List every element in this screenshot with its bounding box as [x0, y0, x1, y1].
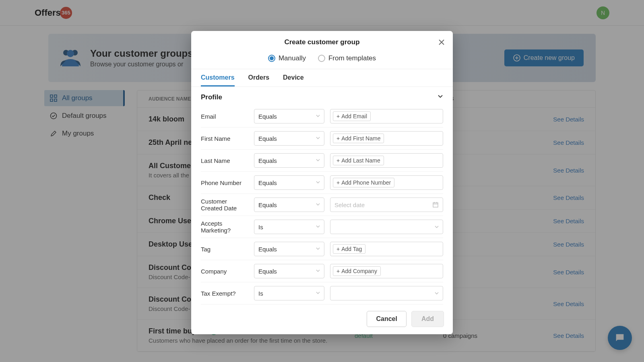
filter-row: Last NameEquals+ Add Last Name	[201, 150, 443, 172]
chevron-down-icon	[316, 247, 320, 251]
value-tagbox[interactable]: + Add Tag	[330, 242, 443, 256]
chevron-down-icon	[435, 225, 439, 229]
svg-rect-9	[433, 203, 438, 207]
create-group-modal: Create customer group Manually From temp…	[191, 31, 453, 334]
plus-icon: +	[336, 135, 340, 142]
filter-row: Customer Created DateEqualsSelect date	[201, 194, 443, 216]
filter-row: First NameEquals+ Add First Name	[201, 128, 443, 150]
field-label: Phone Number	[201, 179, 248, 186]
field-label: Accepts Marketing?	[201, 220, 248, 234]
radio-manually[interactable]: Manually	[268, 54, 306, 62]
plus-icon: +	[336, 179, 340, 186]
operator-select[interactable]: Equals	[254, 175, 324, 190]
tab-customers[interactable]: Customers	[201, 74, 235, 86]
field-label: Tag	[201, 246, 248, 253]
add-value-chip[interactable]: + Add Email	[333, 111, 371, 121]
collapse-toggle[interactable]	[438, 94, 443, 101]
field-label: Customer Created Date	[201, 198, 248, 212]
operator-select[interactable]: Equals	[254, 197, 324, 212]
field-label: Company	[201, 268, 248, 275]
filter-row: EmailEquals+ Add Email	[201, 105, 443, 128]
modal-overlay[interactable]: Create customer group Manually From temp…	[0, 0, 644, 362]
field-label: Tax Exempt?	[201, 290, 248, 297]
radio-icon	[268, 55, 275, 62]
operator-select[interactable]: Equals	[254, 153, 324, 168]
chevron-down-icon	[438, 94, 443, 99]
plus-icon: +	[336, 268, 340, 274]
plus-icon: +	[336, 157, 340, 164]
modal-close-button[interactable]	[438, 38, 445, 47]
value-tagbox[interactable]: + Add Last Name	[330, 153, 443, 168]
plus-icon: +	[336, 113, 340, 119]
chevron-down-icon	[316, 114, 320, 118]
modal-title: Create customer group	[201, 38, 443, 46]
date-input[interactable]: Select date	[330, 197, 443, 212]
chevron-down-icon	[316, 136, 320, 140]
chevron-down-icon	[316, 158, 320, 162]
chevron-down-icon	[316, 269, 320, 273]
cancel-button[interactable]: Cancel	[367, 311, 406, 327]
add-value-chip[interactable]: + Add Tag	[333, 244, 365, 254]
chevron-down-icon	[316, 202, 320, 206]
add-button[interactable]: Add	[411, 311, 444, 327]
operator-select[interactable]: Equals	[254, 109, 324, 123]
operator-select[interactable]: Equals	[254, 264, 324, 278]
section-title: Profile	[201, 93, 222, 101]
tab-orders[interactable]: Orders	[248, 74, 269, 86]
value-select[interactable]	[330, 286, 443, 300]
close-icon	[438, 39, 445, 45]
tab-device[interactable]: Device	[283, 74, 304, 86]
value-tagbox[interactable]: + Add Company	[330, 264, 443, 278]
field-label: First Name	[201, 135, 248, 142]
filter-row: Phone NumberEquals+ Add Phone Number	[201, 172, 443, 194]
chevron-down-icon	[316, 291, 320, 295]
operator-select[interactable]: Equals	[254, 242, 324, 256]
chevron-down-icon	[316, 224, 320, 228]
chevron-down-icon	[435, 291, 439, 295]
value-tagbox[interactable]: + Add First Name	[330, 131, 443, 146]
plus-icon: +	[336, 246, 340, 252]
radio-icon	[318, 55, 325, 62]
add-value-chip[interactable]: + Add First Name	[333, 134, 384, 143]
value-tagbox[interactable]: + Add Phone Number	[330, 175, 443, 190]
value-tagbox[interactable]: + Add Email	[330, 109, 443, 123]
operator-select[interactable]: Is	[254, 220, 324, 234]
field-label: Last Name	[201, 157, 248, 164]
filter-row: CompanyEquals+ Add Company	[201, 260, 443, 282]
add-value-chip[interactable]: + Add Last Name	[333, 156, 384, 165]
field-label: Email	[201, 113, 248, 120]
calendar-icon	[432, 202, 439, 208]
operator-select[interactable]: Equals	[254, 131, 324, 146]
value-select[interactable]	[330, 220, 443, 234]
add-value-chip[interactable]: + Add Company	[333, 266, 381, 276]
filter-row: Accepts Marketing?Is	[201, 216, 443, 238]
radio-from-templates[interactable]: From templates	[318, 54, 376, 62]
filter-row: Tax Exempt?Is	[201, 282, 443, 304]
filter-row: TagEquals+ Add Tag	[201, 238, 443, 260]
add-value-chip[interactable]: + Add Phone Number	[333, 178, 394, 187]
operator-select[interactable]: Is	[254, 286, 324, 300]
chevron-down-icon	[316, 180, 320, 184]
